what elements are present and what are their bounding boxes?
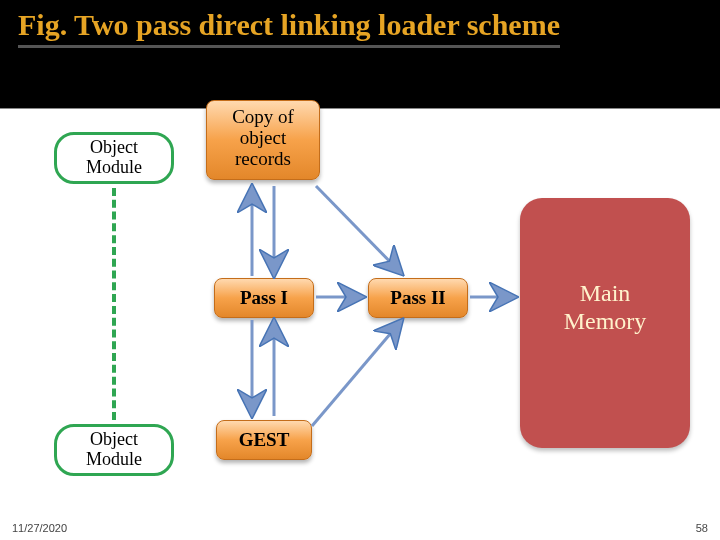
main-memory-label: MainMemory <box>564 280 647 334</box>
copy-records-label: Copy ofobjectrecords <box>232 106 294 169</box>
object-module-bottom: ObjectModule <box>54 424 174 476</box>
main-memory-node: MainMemory <box>520 198 690 448</box>
object-module-dotted-connector <box>112 188 116 420</box>
pass1-node: Pass I <box>214 278 314 318</box>
footer-date: 11/27/2020 <box>12 522 67 534</box>
pass2-label: Pass II <box>390 287 445 308</box>
copy-records-node: Copy ofobjectrecords <box>206 100 320 180</box>
slide-title: Fig. Two pass direct linking loader sche… <box>18 8 560 48</box>
gest-node: GEST <box>216 420 312 460</box>
slide-title-bar: Fig. Two pass direct linking loader sche… <box>0 0 720 108</box>
pass1-label: Pass I <box>240 287 288 308</box>
object-module-top-label: ObjectModule <box>86 137 142 177</box>
svg-line-6 <box>312 320 402 426</box>
gest-label: GEST <box>239 429 290 450</box>
title-divider <box>0 108 720 109</box>
svg-line-5 <box>316 186 402 274</box>
object-module-bottom-label: ObjectModule <box>86 429 142 469</box>
footer-page-number: 58 <box>696 522 708 534</box>
pass2-node: Pass II <box>368 278 468 318</box>
object-module-top: ObjectModule <box>54 132 174 184</box>
